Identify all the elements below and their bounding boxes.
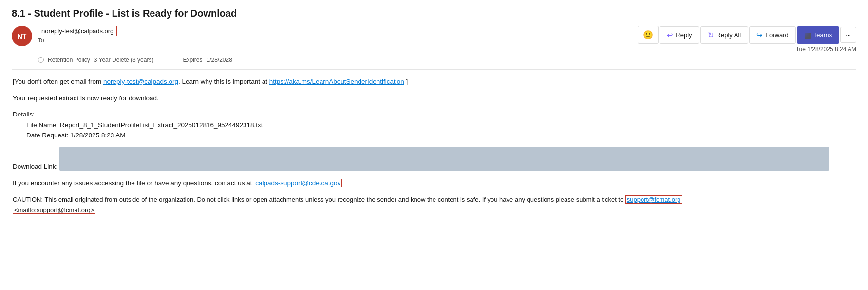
notice-email-link[interactable]: noreply-test@calpads.org (103, 78, 178, 85)
details-indent: File Name: Report_8_1_StudentProfileList… (13, 120, 856, 141)
sender-to: To (38, 37, 117, 44)
support-email-link[interactable]: calpads-support@cde.ca.gov (254, 179, 342, 187)
download-link-block: Download Link: █████████████████████████… (13, 147, 856, 172)
caution-box: CAUTION: This email originated from outs… (13, 195, 856, 215)
retention-policy-label: Retention Policy (48, 57, 90, 63)
reply-icon: ↩ (667, 31, 673, 39)
details-label: Details: (13, 109, 856, 120)
expires-date: 1/28/2028 (206, 57, 232, 63)
caution-mailto: <mailto:support@fcmat.org> (13, 206, 95, 214)
download-link-blurred: ████████████████████████████████████████… (59, 147, 829, 171)
filename-row: File Name: Report_8_1_StudentProfileList… (26, 120, 856, 131)
caution-link[interactable]: support@fcmat.org (625, 195, 682, 204)
body-para-1: Your requested extract is now ready for … (13, 93, 856, 104)
meta-row: Retention Policy 3 Year Delete (3 years)… (12, 57, 856, 63)
filename-value: Report_8_1_StudentProfileList_Extract_20… (60, 121, 263, 129)
notice-text-after: ] (404, 78, 408, 85)
date-row: Date Request: 1/28/2025 8:23 AM (26, 130, 856, 141)
date-label: Date Request: (26, 132, 68, 139)
sender-email: noreply-test@calpads.org (38, 26, 117, 36)
action-buttons: 🙂 ↩ Reply ↻ Reply All ↪ Forward ▦ Teams (638, 26, 856, 44)
retention-dot-icon (38, 57, 44, 63)
more-label: ··· (846, 31, 851, 39)
email-title: 8.1 - Student Profile - List is Ready fo… (12, 8, 856, 19)
support-text-before: If you encounter any issues accessing th… (13, 179, 254, 187)
filename-label: File Name: (26, 121, 58, 129)
avatar: NT (12, 26, 32, 46)
email-container: 8.1 - Student Profile - List is Ready fo… (0, 0, 868, 223)
teams-label: Teams (813, 31, 832, 39)
reply-label: Reply (676, 31, 692, 39)
sender-info: noreply-test@calpads.org To (38, 26, 117, 44)
expires-label: Expires (183, 57, 202, 63)
retention-policy-value: 3 Year Delete (3 years) (94, 57, 154, 63)
details-block: Details: File Name: Report_8_1_StudentPr… (13, 109, 856, 141)
reply-button[interactable]: ↩ Reply (660, 26, 699, 44)
download-label: Download Link: (13, 163, 57, 170)
sender-section: NT noreply-test@calpads.org To (12, 26, 117, 46)
header-divider (12, 69, 856, 70)
reply-all-icon: ↻ (708, 31, 714, 39)
support-para: If you encounter any issues accessing th… (13, 178, 856, 189)
forward-button[interactable]: ↪ Forward (749, 26, 796, 44)
teams-icon: ▦ (804, 31, 811, 39)
date-value: 1/28/2025 8:23 AM (70, 132, 125, 139)
notice-line: [You don't often get email from noreply-… (13, 77, 856, 87)
email-header: NT noreply-test@calpads.org To 🙂 ↩ Reply… (12, 26, 856, 53)
caution-text: CAUTION: This email originated from outs… (13, 196, 625, 203)
email-timestamp: Tue 1/28/2025 8:24 AM (796, 46, 856, 53)
forward-label: Forward (765, 31, 789, 39)
email-body: [You don't often get email from noreply-… (12, 77, 856, 215)
emoji-button[interactable]: 🙂 (638, 26, 659, 44)
notice-text-mid: . Learn why this is important at (178, 78, 269, 85)
notice-text-before: [You don't often get email from (13, 78, 103, 85)
teams-button[interactable]: ▦ Teams (797, 26, 839, 44)
more-button[interactable]: ··· (840, 27, 856, 43)
reply-all-label: Reply All (717, 31, 741, 39)
reply-all-button[interactable]: ↻ Reply All (700, 26, 749, 44)
actions-column: 🙂 ↩ Reply ↻ Reply All ↪ Forward ▦ Teams (638, 26, 856, 53)
forward-icon: ↪ (756, 31, 763, 39)
notice-learn-link[interactable]: https://aka.ms/LearnAboutSenderIdentific… (269, 78, 404, 85)
